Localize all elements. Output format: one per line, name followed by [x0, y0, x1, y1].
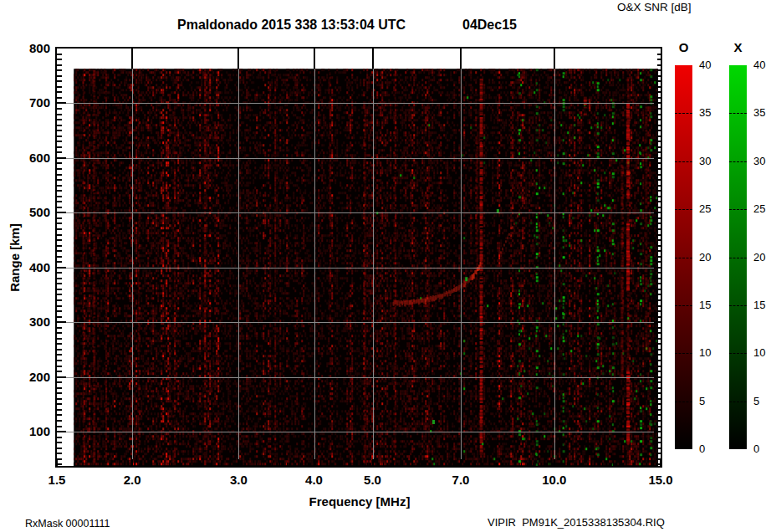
colorbar-tick-mark	[675, 305, 692, 306]
colorbar-tick-mark	[675, 113, 692, 114]
ionogram-heatmap-canvas	[55, 47, 662, 468]
y-tick-label: 400	[7, 261, 50, 274]
x-colorbar-tick-label: 25	[753, 203, 771, 215]
x-tick-label: 3.0	[220, 473, 257, 486]
x-colorbar-tick-label: 5	[753, 396, 771, 407]
y-tick-label: 800	[7, 42, 50, 54]
x-colorbar-tick-label: 20	[753, 252, 771, 263]
colorbar-tick-mark	[675, 402, 692, 402]
colorbar-tick-mark	[729, 305, 747, 306]
x-tick-label: 15.0	[642, 473, 679, 486]
x-tick-label: 7.0	[442, 473, 479, 486]
rxmask-label: RxMask 00001111	[25, 518, 110, 529]
colorbar-tick-mark	[675, 353, 692, 354]
file-name-label: VIPIR PM91K_2015338135304.RIQ	[488, 516, 665, 529]
colorbar-tick-mark	[729, 113, 747, 114]
o-colorbar-tick-label: 20	[699, 252, 724, 263]
o-colorbar-tick-label: 15	[699, 299, 724, 311]
o-colorbar	[675, 65, 692, 449]
o-colorbar-label: O	[670, 40, 697, 54]
o-colorbar-tick-label: 40	[699, 59, 724, 71]
x-tick-label: 2.0	[114, 473, 151, 486]
y-tick-label: 700	[7, 96, 50, 109]
colorbar-tick-mark	[729, 161, 747, 162]
x-colorbar-tick-label: 30	[753, 156, 771, 167]
x-colorbar-tick-label: 10	[753, 347, 771, 359]
colorbar-title: O&X SNR [dB]	[617, 2, 692, 13]
x-colorbar-tick-label: 0	[753, 443, 771, 455]
o-colorbar-tick-label: 35	[699, 107, 724, 119]
y-tick-label: 100	[7, 425, 50, 437]
o-colorbar-tick-label: 10	[699, 347, 724, 359]
colorbar-tick-mark	[729, 402, 747, 402]
ionogram-page: Pmaldonado 2015 338 13:53:04 UTC 04Dec15…	[0, 0, 771, 532]
x-colorbar-tick-label: 15	[753, 299, 771, 311]
x-colorbar-tick-label: 35	[753, 107, 771, 119]
x-tick-label: 4.0	[296, 473, 333, 486]
x-axis-title: Frequency [MHz]	[301, 494, 418, 509]
x-colorbar-label: X	[724, 40, 752, 54]
x-colorbar-tick-label: 40	[753, 59, 771, 71]
o-colorbar-tick-label: 5	[699, 396, 724, 407]
x-tick-label: 5.0	[355, 473, 391, 486]
colorbar-tick-mark	[675, 258, 692, 258]
y-tick-label: 500	[7, 206, 50, 218]
colorbar-tick-mark	[675, 209, 692, 210]
colorbar-tick-mark	[729, 353, 747, 354]
page-title: Pmaldonado 2015 338 13:53:04 UTC	[177, 18, 406, 33]
o-colorbar-tick-label: 0	[699, 443, 724, 455]
y-tick-label: 200	[7, 371, 50, 383]
x-tick-label: 10.0	[536, 473, 573, 486]
colorbar-tick-mark	[675, 161, 692, 162]
o-colorbar-tick-label: 30	[699, 156, 724, 167]
x-colorbar	[729, 65, 747, 449]
y-axis-title: Range [km]	[8, 220, 21, 295]
colorbar-tick-mark	[729, 258, 747, 258]
y-tick-label: 300	[7, 315, 50, 328]
o-colorbar-tick-label: 25	[699, 203, 724, 215]
y-tick-label: 600	[7, 151, 50, 164]
x-tick-label: 1.5	[38, 473, 75, 486]
date-label: 04Dec15	[462, 18, 517, 33]
colorbar-tick-mark	[729, 209, 747, 210]
